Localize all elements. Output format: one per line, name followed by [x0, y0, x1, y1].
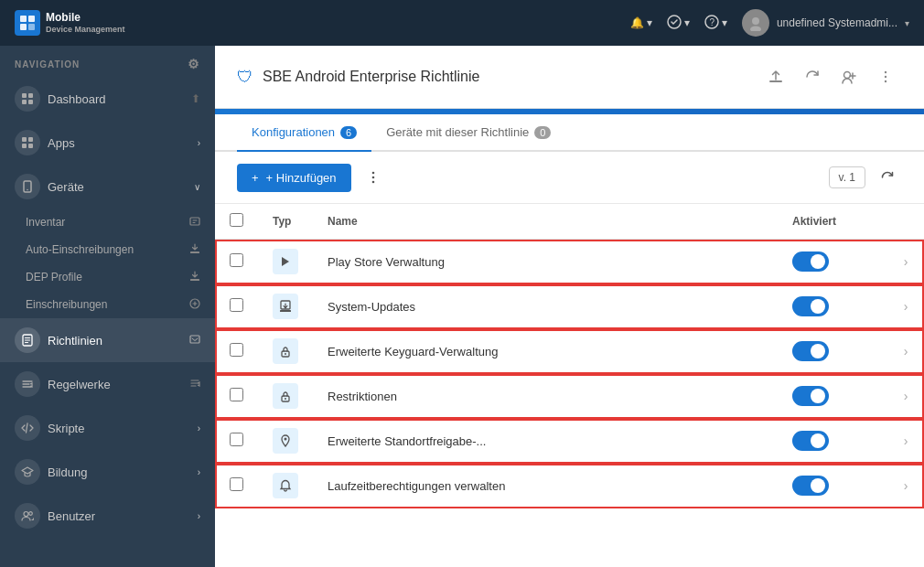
user-menu[interactable]: undefined Systemadmi... ▾: [742, 9, 909, 37]
policy-header-actions: [759, 60, 902, 93]
sidebar-item-dep-profile[interactable]: DEP Profile: [0, 263, 215, 291]
main-layout: NAVIGATION ⚙ Dashboard ⬆ Apps ›: [0, 46, 924, 567]
tab-konfigurationen[interactable]: Konfigurationen 6: [237, 114, 371, 152]
bell-icon: 🔔: [630, 16, 644, 29]
toggle-4[interactable]: [792, 386, 829, 406]
svg-rect-24: [190, 336, 199, 343]
row-arrow-2[interactable]: ›: [887, 284, 924, 329]
help-button[interactable]: ? ▾: [704, 15, 727, 32]
policy-refresh-button[interactable]: [796, 60, 829, 93]
notifications-button[interactable]: 🔔 ▾: [630, 16, 652, 29]
add-button-label: + Hinzufügen: [266, 171, 337, 185]
sidebar-item-dashboard[interactable]: Dashboard ⬆: [0, 77, 215, 121]
tabs-bar: Konfigurationen 6 Geräte mit dieser Rich…: [215, 114, 924, 152]
row-type-6: [258, 464, 313, 508]
einschreibungen-label: Einschreibungen: [26, 298, 107, 311]
sidebar-item-richtlinien[interactable]: Richtlinien: [0, 318, 215, 362]
auto-einschreibungen-icon: [189, 243, 200, 256]
skripte-icon: [15, 415, 40, 441]
topbar-actions: 🔔 ▾ ▾ ? ▾ undefined Systemadmi... ▾: [630, 9, 909, 37]
geraete-chevron: ∨: [194, 182, 200, 192]
version-badge: v. 1: [829, 166, 865, 188]
row-status-3: [778, 329, 887, 374]
table: Typ Name Aktiviert Play Store Verwaltung: [215, 204, 924, 508]
sidebar-item-apps[interactable]: Apps ›: [0, 121, 215, 165]
row-select-5[interactable]: [230, 433, 243, 446]
svg-point-30: [885, 76, 886, 78]
row-type-3: [258, 329, 313, 374]
sidebar-item-regelwerke[interactable]: Regelwerke: [0, 362, 215, 406]
svg-point-25: [24, 512, 28, 517]
row-arrow-5[interactable]: ›: [887, 419, 924, 464]
plus-icon: +: [252, 171, 259, 185]
dashboard-icon-right: ⬆: [191, 92, 200, 105]
sidebar-nav-label: NAVIGATION ⚙: [0, 46, 215, 77]
sidebar-item-auto-einschreibungen[interactable]: Auto-Einschreibungen: [0, 236, 215, 263]
svg-rect-13: [22, 137, 27, 142]
svg-rect-9: [22, 93, 27, 98]
row-arrow-1[interactable]: ›: [887, 240, 924, 284]
row-status-1: [778, 240, 887, 284]
svg-point-41: [285, 398, 286, 400]
regelwerke-icon-right: [189, 378, 200, 391]
type-icon-3: [273, 338, 298, 364]
row-select-4[interactable]: [230, 388, 243, 401]
row-chevron-3[interactable]: ›: [904, 344, 908, 358]
sidebar-item-skripte[interactable]: Skripte ›: [0, 406, 215, 450]
row-name-5: Erweiterte Standortfreigabe-...: [313, 419, 778, 464]
sidebar-item-einschreibungen[interactable]: Einschreibungen: [0, 291, 215, 318]
table-header-row: Typ Name Aktiviert: [215, 204, 924, 240]
add-button[interactable]: + + Hinzufügen: [237, 164, 351, 192]
row-chevron-1[interactable]: ›: [904, 254, 908, 269]
row-arrow-4[interactable]: ›: [887, 374, 924, 419]
row-select-3[interactable]: [230, 343, 243, 357]
toggle-2[interactable]: [792, 296, 829, 316]
help-icon: ?: [704, 15, 719, 32]
refresh-button[interactable]: [873, 163, 902, 192]
logo-icon: [15, 10, 40, 36]
policy-assign-button[interactable]: [833, 60, 865, 93]
apps-chevron: ›: [198, 138, 200, 148]
row-checkbox-5[interactable]: [215, 419, 258, 464]
row-chevron-2[interactable]: ›: [904, 299, 908, 314]
sidebar-item-geraete[interactable]: Geräte ∨: [0, 165, 215, 209]
row-chevron-5[interactable]: ›: [904, 433, 908, 448]
row-checkbox-2[interactable]: [215, 284, 258, 329]
toggle-1[interactable]: [792, 251, 829, 272]
toggle-3[interactable]: [792, 341, 829, 361]
header-name: Name: [313, 204, 778, 240]
tab-geraete-richtlinie[interactable]: Geräte mit dieser Richtlinie 0: [371, 114, 565, 152]
header-typ: Typ: [258, 204, 313, 240]
row-checkbox-4[interactable]: [215, 374, 258, 419]
toggle-6[interactable]: [792, 476, 829, 496]
more-options-button[interactable]: [359, 163, 388, 192]
row-arrow-6[interactable]: ›: [887, 464, 924, 508]
sidebar-item-benutzer[interactable]: Benutzer ›: [0, 494, 215, 538]
row-checkbox-1[interactable]: [215, 240, 258, 284]
type-icon-1: [273, 249, 298, 274]
status-button[interactable]: ▾: [667, 15, 690, 32]
row-arrow-3[interactable]: ›: [887, 329, 924, 374]
row-select-1[interactable]: [230, 253, 243, 267]
row-checkbox-6[interactable]: [215, 464, 258, 508]
svg-rect-14: [28, 137, 33, 142]
sidebar-item-bildung[interactable]: Bildung ›: [0, 450, 215, 494]
svg-marker-35: [282, 257, 289, 266]
dashboard-icon: [15, 86, 40, 112]
policy-more-button[interactable]: [869, 60, 902, 93]
row-chevron-4[interactable]: ›: [904, 389, 908, 403]
skripte-chevron: ›: [198, 423, 200, 433]
row-chevron-6[interactable]: ›: [904, 478, 908, 493]
policy-upload-button[interactable]: [759, 60, 792, 93]
row-select-2[interactable]: [230, 298, 243, 312]
toggle-5[interactable]: [792, 431, 829, 451]
row-name-2: System-Updates: [313, 284, 778, 329]
row-checkbox-3[interactable]: [215, 329, 258, 374]
svg-point-42: [285, 438, 287, 441]
logo: Mobile Device Management: [15, 10, 125, 36]
row-select-6[interactable]: [230, 477, 243, 491]
sidebar-item-inventar[interactable]: Inventar: [0, 209, 215, 236]
row-type-5: [258, 419, 313, 464]
select-all-checkbox[interactable]: [230, 213, 243, 227]
avatar: [742, 9, 769, 37]
